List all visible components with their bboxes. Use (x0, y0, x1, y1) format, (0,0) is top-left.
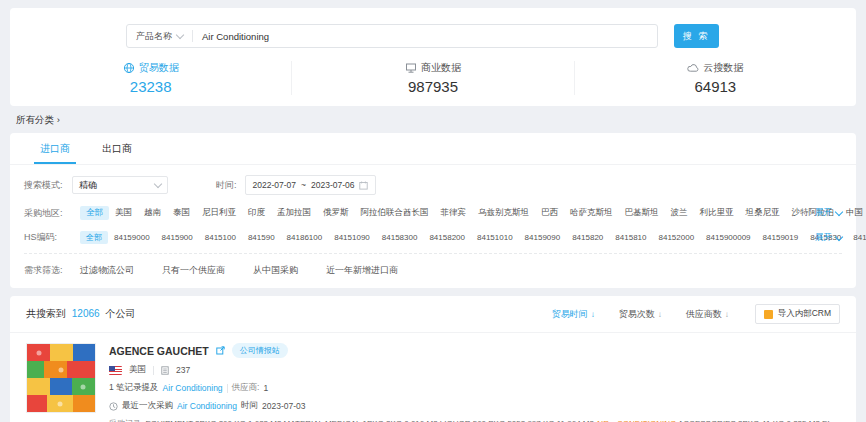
region-chip[interactable]: 越南 (138, 206, 167, 220)
company-card-body: AGENCE GAUCHET 公司情报站 美国 237 1 笔记录提及 Air … (109, 343, 840, 422)
search-button[interactable]: 搜 索 (674, 24, 719, 48)
hs-code-filter-row: HS编码: 全部84159000841590084151008415908418… (10, 231, 856, 244)
hs-code-chip[interactable]: 84159000 (108, 232, 156, 243)
demand-list: 过滤物流公司只有一个供应商从中国采购近一年新增进口商 (72, 263, 398, 278)
region-chip[interactable]: 印度 (242, 206, 271, 220)
region-chip[interactable]: 阿拉伯联合酋长国 (355, 206, 435, 220)
demand-filter-label: 需求筛选: (24, 264, 72, 277)
search-category-label: 产品名称 (136, 30, 172, 43)
hs-expand-link[interactable]: 展开 (815, 232, 842, 244)
region-chip[interactable]: 坦桑尼亚 (740, 206, 786, 220)
last-purchase-keyword[interactable]: Air Conditioning (177, 401, 237, 411)
region-chip[interactable]: 美国 (109, 206, 138, 220)
sort-option[interactable]: 贸易次数 (619, 308, 662, 321)
hs-code-chip[interactable]: 84186100 (281, 232, 329, 243)
region-chip[interactable]: 俄罗斯 (317, 206, 355, 220)
last-purchase-label: 最近一次采购 (122, 400, 173, 412)
import-crm-button[interactable]: 导入内部CRM (755, 304, 840, 324)
hs-code-chip[interactable]: 841590 (242, 232, 281, 243)
company-card: AGENCE GAUCHET 公司情报站 美国 237 1 笔记录提及 Air … (10, 333, 856, 422)
hs-code-chip[interactable]: 84158300 (376, 232, 424, 243)
summary-count: 12066 (72, 308, 100, 319)
date-start: 2022-07-07 (253, 180, 296, 190)
stat-value: 987935 (408, 78, 458, 95)
hs-code-chip[interactable]: 84151010 (471, 232, 519, 243)
hs-code-chip[interactable]: 84159019 (757, 232, 805, 243)
region-chip[interactable]: 孟加拉国 (271, 206, 317, 220)
records-count-text: 1 笔记录提及 (109, 382, 159, 394)
hs-code-chip[interactable]: 84151090 (328, 232, 376, 243)
region-chip[interactable]: 菲律宾 (435, 206, 473, 220)
chevron-down-icon (835, 232, 843, 240)
chevron-down-icon (176, 31, 184, 39)
stats-row: 贸易数据 23238 商业数据 987935 云搜数据 64913 (10, 61, 856, 95)
company-name[interactable]: AGENCE GAUCHET (109, 345, 209, 357)
hs-code-filter-label: HS编码: (24, 231, 72, 244)
stat-cloud-search-data[interactable]: 云搜数据 64913 (574, 61, 856, 95)
search-mode-label: 搜索模式: (24, 179, 72, 192)
expand-label: 展开 (815, 207, 832, 219)
date-separator: ~ (301, 180, 306, 190)
search-input[interactable]: Air Conditioning (193, 31, 657, 42)
hs-code-chip[interactable]: 84159090 (519, 232, 567, 243)
stat-business-data[interactable]: 商业数据 987935 (291, 61, 573, 95)
region-expand-link[interactable]: 展开 (815, 207, 842, 219)
chevron-down-icon (154, 180, 162, 188)
region-chip[interactable]: 利比里亚 (694, 206, 740, 220)
hs-code-chip[interactable]: 8415100 (199, 232, 242, 243)
tab-exporters[interactable]: 出口商 (100, 133, 134, 164)
stat-value: 64913 (694, 78, 736, 95)
globe-icon (123, 62, 135, 74)
hs-code-chip[interactable]: 全部 (80, 231, 108, 244)
hs-code-chip[interactable]: 8415109000 (847, 232, 866, 243)
flag-icon (109, 366, 122, 375)
suppliers-label: 供应商: (232, 382, 260, 394)
region-chip[interactable]: 全部 (80, 206, 109, 220)
stat-label: 商业数据 (421, 61, 461, 75)
company-photo[interactable] (26, 343, 96, 413)
filter-panel: 进口商 出口商 搜索模式: 精确 时间: 2022-07-07 ~ 2023-0… (10, 133, 856, 288)
tabs-bar: 进口商 出口商 (10, 133, 856, 165)
region-chip[interactable]: 巴西 (535, 206, 564, 220)
hs-code-chip[interactable]: 8415810 (609, 232, 652, 243)
search-box: 产品名称 Air Conditioning (126, 24, 658, 48)
region-chip[interactable]: 巴基斯坦 (619, 206, 665, 220)
hs-code-chip[interactable]: 8415900009 (700, 232, 757, 243)
hs-code-chip[interactable]: 8415900 (156, 232, 199, 243)
summary-suffix: 个公司 (105, 308, 135, 319)
hs-code-chip[interactable]: 84158200 (423, 232, 471, 243)
time-label: 时间: (216, 179, 237, 192)
region-chip[interactable]: 中国 (840, 206, 866, 220)
suppliers-count: 1 (263, 383, 268, 393)
company-photo-image (27, 344, 95, 412)
hs-code-list: 全部84159000841590084151008415908418610084… (72, 231, 809, 244)
date-range-picker[interactable]: 2022-07-07 ~ 2023-07-06 (245, 175, 377, 195)
tab-importers[interactable]: 进口商 (38, 133, 72, 164)
external-link-icon[interactable] (216, 346, 225, 355)
search-mode-select[interactable]: 精确 (72, 176, 168, 194)
hs-code-chip[interactable]: 84152000 (652, 232, 700, 243)
import-crm-label: 导入内部CRM (778, 308, 831, 320)
trade-count: 237 (176, 365, 190, 375)
stat-trade-data[interactable]: 贸易数据 23238 (10, 61, 291, 95)
all-categories-link[interactable]: 所有分类 › (16, 114, 866, 127)
demand-filter-option[interactable]: 过滤物流公司 (80, 263, 134, 278)
region-chip[interactable]: 哈萨克斯坦 (564, 206, 619, 220)
search-category-select[interactable]: 产品名称 (127, 30, 192, 43)
demand-filter-option[interactable]: 只有一个供应商 (162, 263, 225, 278)
date-end: 2023-07-06 (311, 180, 354, 190)
stat-label: 云搜数据 (703, 61, 743, 75)
region-chip[interactable]: 乌兹别克斯坦 (472, 206, 535, 220)
region-chip[interactable]: 波兰 (665, 206, 694, 220)
intel-station-tag[interactable]: 公司情报站 (232, 343, 288, 358)
region-chip[interactable]: 泰国 (167, 206, 196, 220)
sort-option[interactable]: 贸易时间 (552, 308, 595, 321)
sort-option[interactable]: 供应商数 (686, 308, 729, 321)
records-keyword-link[interactable]: Air Conditioning (163, 383, 223, 393)
demand-filter-row: 需求筛选: 过滤物流公司只有一个供应商从中国采购近一年新增进口商 (10, 263, 856, 288)
demand-filter-option[interactable]: 近一年新增进口商 (326, 263, 398, 278)
region-chip[interactable]: 尼日利亚 (196, 206, 242, 220)
search-mode-value: 精确 (79, 179, 97, 192)
demand-filter-option[interactable]: 从中国采购 (253, 263, 298, 278)
hs-code-chip[interactable]: 8415820 (566, 232, 609, 243)
